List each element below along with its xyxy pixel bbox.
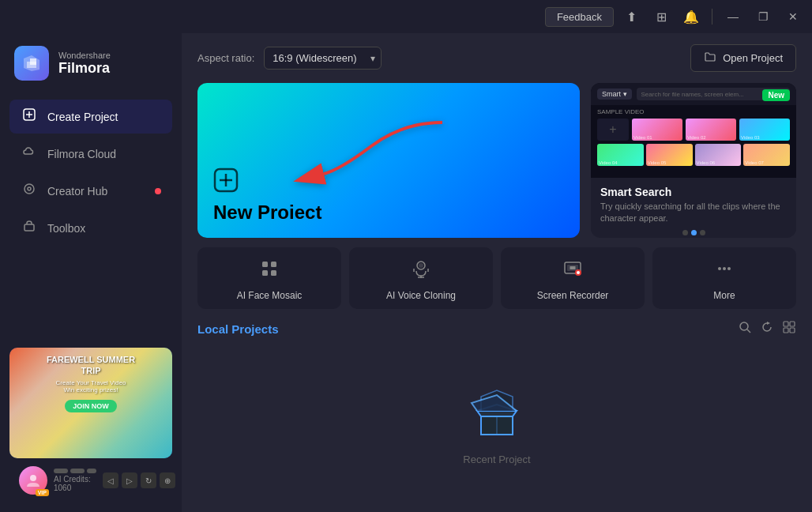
svg-rect-12 [262,270,268,276]
svg-point-6 [30,475,36,481]
ss-search-placeholder: Search for file names, screen elem... [641,91,744,98]
user-icon-1[interactable]: ◁ [103,472,118,488]
user-credits-area: AI Credits: 1060 [54,469,96,492]
svg-rect-30 [790,322,795,326]
upload-icon[interactable]: ⬆ [618,4,644,29]
qa-card-ai-voice-cloning[interactable]: AI Voice Cloning [349,247,493,309]
ss-bottom: Smart Search Try quickly searching for a… [591,178,796,238]
cloud-icon [21,145,38,163]
promo-join-button[interactable]: JOIN NOW [65,400,117,412]
promo-btn-wrap[interactable]: JOIN NOW [16,397,166,412]
ai-voice-cloning-icon [411,258,431,284]
toolbox-icon [21,219,38,237]
empty-projects: Recent Project [197,345,796,501]
svg-rect-11 [262,262,268,267]
section-header: Local Projects [197,320,796,337]
qa-card-ai-face-mosaic[interactable]: AI Face Mosaic [197,247,341,309]
new-project-card[interactable]: New Proiect [197,83,580,238]
name-dot [87,469,96,473]
ss-thumb-2: Video 02 [686,119,736,141]
sidebar-item-filmora-cloud[interactable]: Filmora Cloud [9,137,172,171]
user-avatar: VIP [19,466,47,495]
qa-label-more: More [713,290,735,301]
promo-banner[interactable]: FAREWELL SUMMERTRIP Create Your Travel V… [9,348,172,458]
aspect-ratio-label: Aspect ratio: [197,52,254,64]
ss-sample-label: SAMPLE VIDEO [591,105,796,119]
svg-rect-13 [271,262,276,267]
red-arrow [292,115,450,197]
user-credits-text: AI Credits: 1060 [54,475,96,492]
restore-button[interactable]: ❐ [750,4,776,29]
aspect-select-wrap[interactable]: 16:9 (Widescreen) 9:16 (Vertical) 1:1 (S… [264,47,382,70]
ss-thumb-7: Video 07 [743,144,790,166]
qa-card-more[interactable]: More [652,247,796,309]
sidebar-item-label: Filmora Cloud [47,148,116,160]
minimize-button[interactable]: — [720,4,746,29]
ss-dot-3[interactable] [700,230,705,235]
notification-dot [155,188,161,194]
sidebar-item-label: Create Project [47,111,118,123]
logo-area: Wondershare Filmora [0,33,182,93]
user-action-icons: ◁ ▷ ↻ ⊕ [103,472,175,488]
new-project-plus-icon [213,168,239,198]
user-name-obscured [54,469,96,473]
sidebar-item-toolbox[interactable]: Toolbox [9,211,172,245]
ss-pagination-dots [600,230,787,235]
aspect-ratio-select[interactable]: 16:9 (Widescreen) 9:16 (Vertical) 1:1 (S… [264,47,382,70]
qa-label-ai-voice-cloning: AI Voice Cloning [386,290,456,301]
quick-actions-row: AI Face Mosaic AI Voice Cloning [182,238,812,309]
user-icon-3[interactable]: ↻ [141,472,156,488]
sidebar-item-label: Creator Hub [47,185,107,198]
user-icon-2[interactable]: ▷ [122,472,137,488]
ss-thumb-4: Video 04 [597,144,644,166]
ss-thumb-1: Video 01 [632,119,682,141]
creator-hub-icon [21,182,38,200]
ss-video-label: Video 02 [687,135,706,140]
ss-video-label: Video 01 [633,135,652,140]
open-project-button[interactable]: Open Project [690,44,796,72]
brand-name: Wondershare [58,51,111,60]
svg-rect-29 [784,322,788,326]
sidebar-item-label: Toolbox [47,222,85,235]
content-area: Aspect ratio: 16:9 (Widescreen) 9:16 (Ve… [182,33,812,512]
svg-point-23 [577,271,580,274]
ss-title: Smart Search [600,186,787,198]
ss-video-label: Video 05 [648,160,667,165]
svg-point-4 [28,187,31,190]
ss-bottom-row: Video 04 Video 05 Video 06 Video 07 [591,144,796,166]
qa-card-screen-recorder[interactable]: Screen Recorder [501,247,645,309]
svg-point-24 [718,267,721,270]
close-button[interactable]: ✕ [780,4,806,29]
bell-icon[interactable]: 🔔 [679,4,704,29]
user-bar: VIP AI Credits: 1060 ◁ ▷ ↻ [9,458,172,503]
search-projects-button[interactable] [738,320,752,337]
user-name-row [54,469,96,473]
sidebar-item-create-project[interactable]: Create Project [9,100,172,134]
new-badge: New [762,89,790,101]
ss-video-label: Video 07 [745,160,764,165]
svg-rect-32 [790,328,795,333]
ss-video-label: Video 03 [741,135,760,140]
name-dot [54,469,68,473]
svg-rect-31 [784,328,788,333]
svg-point-27 [740,322,748,330]
smart-search-card[interactable]: New Smart ▾ Search for file names, scree… [591,83,796,238]
ss-add-button[interactable]: + [597,119,629,141]
logo-text: Wondershare Filmora [58,51,111,77]
refresh-projects-button[interactable] [760,320,774,337]
user-icon-4[interactable]: ⊕ [160,472,175,488]
svg-line-28 [747,329,750,333]
sidebar: Wondershare Filmora Create Project [0,33,182,512]
qa-label-ai-face-mosaic: AI Face Mosaic [237,290,303,301]
app-logo-icon [14,46,49,81]
view-toggle-button[interactable] [782,320,796,337]
ss-dot-2[interactable] [691,230,697,235]
grid-icon[interactable]: ⊞ [648,4,674,29]
promo-subtitle: Create Your Travel VideoWin exciting pri… [16,379,166,393]
sidebar-item-creator-hub[interactable]: Creator Hub [9,174,172,208]
new-project-label: New Proiect [213,201,321,224]
svg-rect-14 [271,270,276,276]
svg-rect-21 [570,266,576,269]
feedback-button[interactable]: Feedback [545,7,614,27]
ss-dot-1[interactable] [682,230,688,235]
